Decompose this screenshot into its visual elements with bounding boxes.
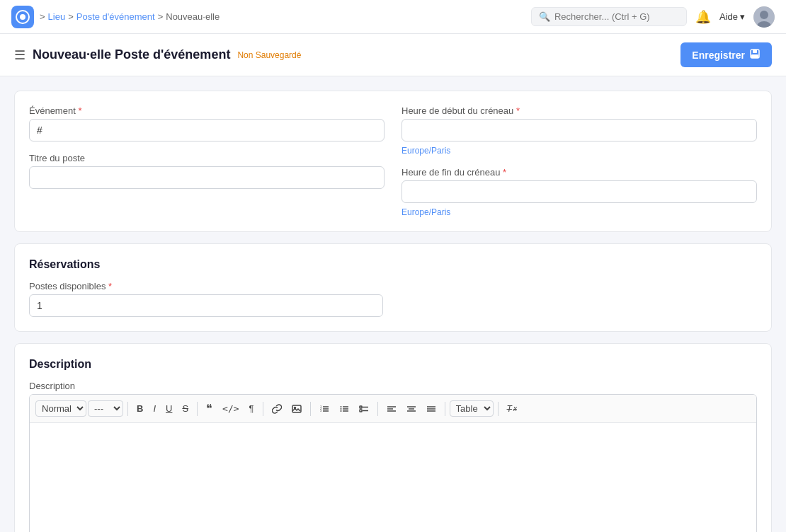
svg-point-1 [20, 14, 25, 20]
heure-fin-hint: Europe/Paris [401, 207, 757, 217]
link-button[interactable] [268, 401, 286, 417]
search-box[interactable]: 🔍 [531, 7, 687, 26]
topnav-left: > Lieu > Poste d'événement > Nouveau·ell… [11, 6, 220, 28]
save-icon [749, 48, 761, 62]
heure-debut-field: Heure de début du créneau * Europe/Paris [401, 105, 757, 156]
breadcrumb-poste[interactable]: Poste d'événement [76, 11, 155, 22]
underline-button[interactable]: U [161, 400, 176, 417]
heure-fin-input[interactable] [401, 180, 757, 203]
paragraph-button[interactable]: ¶ [245, 400, 258, 417]
breadcrumb-sep: > [40, 11, 45, 22]
page-title: Nouveau·elle Poste d'événement [33, 47, 230, 62]
evenement-input[interactable] [29, 119, 385, 141]
aide-button[interactable]: Aide ▾ [719, 11, 745, 22]
bell-button[interactable]: 🔔 [695, 9, 711, 25]
blockquote-button[interactable]: ❝ [202, 399, 217, 418]
align-justify-button[interactable] [422, 401, 440, 417]
italic-button[interactable]: I [149, 400, 160, 417]
svg-line-24 [360, 407, 361, 407]
avatar[interactable] [753, 6, 775, 28]
svg-rect-8 [292, 405, 301, 412]
image-button[interactable] [287, 401, 306, 417]
breadcrumb-lieu[interactable]: Lieu [48, 11, 66, 22]
description-field: Description Normal Titre 1 Titre 2 Titre… [29, 381, 757, 532]
titre-label: Titre du poste [29, 153, 385, 163]
toolbar-sep-7 [498, 402, 499, 416]
table-select[interactable]: Table [450, 400, 494, 417]
breadcrumb: > Lieu > Poste d'événement > Nouveau·ell… [40, 11, 220, 22]
save-label: Enregistrer [692, 50, 745, 61]
evenement-field: Événement * [29, 105, 385, 141]
style-select[interactable]: Normal Titre 1 Titre 2 Titre 3 [35, 400, 86, 417]
toolbar-sep-1 [127, 402, 128, 416]
bullet-list-button[interactable] [335, 401, 353, 417]
toolbar-sep-6 [445, 402, 445, 416]
toolbar-sep-3 [263, 402, 263, 416]
heure-fin-field: Heure de fin du créneau * Europe/Paris [401, 167, 757, 217]
svg-point-18 [340, 410, 341, 412]
chevron-down-icon: ▾ [740, 11, 745, 22]
breadcrumb-current: Nouveau·elle [166, 11, 220, 22]
svg-point-3 [760, 11, 768, 19]
toolbar-sep-2 [197, 402, 198, 416]
topnav-right: 🔍 🔔 Aide ▾ [531, 6, 775, 28]
editor-body[interactable] [30, 423, 756, 532]
svg-text:3: 3 [320, 409, 322, 412]
bold-button[interactable]: B [132, 400, 147, 417]
heure-debut-label: Heure de début du créneau * [401, 105, 757, 116]
right-col: Heure de début du créneau * Europe/Paris… [401, 105, 757, 217]
align-left-button[interactable] [382, 401, 401, 417]
description-label: Description [29, 381, 757, 391]
app-logo[interactable] [11, 6, 34, 28]
aide-label: Aide [719, 11, 738, 22]
editor-wrapper: Normal Titre 1 Titre 2 Titre 3 --- B I U… [29, 394, 757, 532]
divider-select[interactable]: --- [88, 400, 123, 417]
left-col: Événement * Titre du poste [29, 105, 385, 217]
check-list-button[interactable] [355, 401, 373, 417]
heure-fin-label: Heure de fin du créneau * [401, 167, 757, 178]
postes-input[interactable] [29, 294, 383, 317]
evenement-label: Événement * [29, 105, 385, 116]
editor-toolbar: Normal Titre 1 Titre 2 Titre 3 --- B I U… [30, 395, 756, 423]
strikethrough-button[interactable]: S [178, 400, 193, 417]
svg-point-16 [340, 406, 341, 407]
breadcrumb-sep2: > [68, 11, 74, 22]
main-content: Événement * Titre du poste Heure de débu… [0, 76, 786, 532]
svg-rect-6 [753, 50, 757, 53]
svg-point-17 [340, 408, 341, 410]
description-card: Description Description Normal Titre 1 T… [14, 343, 772, 532]
breadcrumb-sep3: > [158, 11, 164, 22]
svg-rect-7 [751, 54, 758, 58]
toolbar-sep-4 [310, 402, 311, 416]
align-center-button[interactable] [402, 401, 421, 417]
heure-debut-input[interactable] [401, 119, 757, 141]
postes-label: Postes disponibles * [29, 281, 383, 291]
titre-input[interactable] [29, 166, 385, 189]
clear-format-button[interactable]: Tx [503, 401, 521, 417]
svg-rect-23 [360, 410, 362, 412]
page-header: ☰ Nouveau·elle Poste d'événement Non Sau… [0, 34, 786, 76]
reservations-card: Réservations Postes disponibles * [14, 243, 772, 332]
unsaved-badge: Non Sauvegardé [237, 50, 301, 60]
description-title: Description [29, 358, 757, 371]
search-input[interactable] [554, 11, 679, 22]
postes-field: Postes disponibles * [29, 281, 383, 317]
page-header-left: ☰ Nouveau·elle Poste d'événement Non Sau… [14, 47, 301, 63]
menu-button[interactable]: ☰ [14, 47, 25, 63]
search-icon: 🔍 [539, 11, 550, 22]
save-button[interactable]: Enregistrer [680, 42, 772, 67]
two-col-layout: Événement * Titre du poste Heure de débu… [29, 105, 757, 217]
heure-debut-hint: Europe/Paris [401, 146, 757, 156]
code-inline-button[interactable]: </> [218, 400, 243, 417]
ordered-list-button[interactable]: 1 2 3 [315, 401, 334, 417]
topnav: > Lieu > Poste d'événement > Nouveau·ell… [0, 0, 786, 34]
titre-field: Titre du poste [29, 153, 385, 189]
top-form-card: Événement * Titre du poste Heure de débu… [14, 91, 772, 232]
reservations-title: Réservations [29, 258, 757, 271]
toolbar-sep-5 [377, 402, 378, 416]
